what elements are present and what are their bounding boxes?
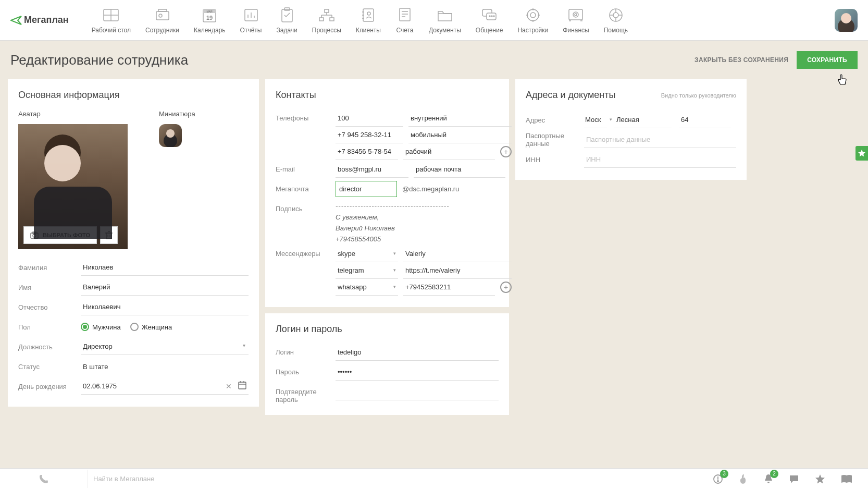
- email-type-input[interactable]: [414, 161, 505, 178]
- page-header: Редактирование сотрудника ЗАКРЫТЬ БЕЗ СО…: [0, 41, 868, 74]
- documents-icon: [436, 7, 454, 23]
- passport-input[interactable]: [584, 131, 736, 148]
- nav-settings[interactable]: Настройки: [510, 7, 555, 34]
- inn-input[interactable]: [584, 151, 736, 168]
- messenger-value-input[interactable]: [403, 262, 512, 279]
- star-icon: [858, 150, 865, 157]
- house-input[interactable]: [679, 112, 731, 128]
- signature-content[interactable]: ----------------------------------------…: [336, 201, 499, 244]
- nav-help[interactable]: Помощь: [597, 7, 635, 34]
- calendar-picker-icon[interactable]: [238, 381, 246, 389]
- add-messenger-button[interactable]: +: [500, 282, 512, 293]
- address-label: Адрес: [526, 116, 584, 124]
- megamail-input[interactable]: [336, 181, 397, 197]
- patronymic-input[interactable]: [81, 299, 249, 315]
- delete-photo-button[interactable]: [100, 226, 118, 244]
- svg-point-37: [493, 16, 494, 17]
- nav-calendar[interactable]: МАЙ19 Календарь: [187, 7, 233, 34]
- phone-type-input[interactable]: [403, 143, 495, 160]
- email-input[interactable]: [336, 161, 408, 178]
- position-label: Должность: [18, 343, 81, 351]
- phone-type-input[interactable]: [408, 110, 512, 127]
- password-label: Пароль: [276, 364, 336, 376]
- clear-date-button[interactable]: ✕: [226, 382, 232, 390]
- add-phone-button[interactable]: +: [500, 146, 512, 157]
- status-value: В штате: [81, 359, 249, 375]
- nav-clients[interactable]: Клиенты: [349, 7, 388, 34]
- logo[interactable]: Мегаплан: [10, 15, 69, 26]
- avatar-image: ВЫБРАТЬ ФОТО: [18, 124, 128, 249]
- gender-female-radio[interactable]: Женщина: [130, 323, 172, 331]
- svg-rect-58: [106, 233, 111, 239]
- contacts-panel: Контакты Телефоны + E-mail Мегапочта @ds…: [265, 79, 509, 307]
- svg-point-5: [159, 14, 162, 17]
- clients-icon: [359, 7, 378, 23]
- lastname-label: Фамилия: [18, 264, 81, 272]
- megamail-domain: @dsc.megaplan.ru: [402, 181, 459, 197]
- svg-point-56: [33, 234, 36, 237]
- megamail-label: Мегапочта: [276, 181, 336, 193]
- panel-title: Контакты: [276, 90, 499, 101]
- cancel-button[interactable]: ЗАКРЫТЬ БЕЗ СОХРАНЕНИЯ: [686, 51, 797, 69]
- save-button[interactable]: СОХРАНИТЬ: [797, 51, 858, 69]
- password-input[interactable]: [336, 364, 499, 381]
- nav-finance[interactable]: Финансы: [555, 7, 596, 34]
- confirm-password-label: Подтвердите пароль: [276, 384, 336, 404]
- nav-tasks[interactable]: Задачи: [269, 7, 305, 34]
- lastname-input[interactable]: [81, 259, 249, 276]
- choose-photo-button[interactable]: ВЫБРАТЬ ФОТО: [23, 226, 97, 244]
- messenger-type-select[interactable]: [336, 262, 398, 279]
- panel-title: Логин и пароль: [276, 324, 499, 335]
- visibility-hint: Видно только руководителю: [661, 92, 736, 99]
- nav-reports[interactable]: Отчёты: [233, 7, 269, 34]
- street-input[interactable]: [614, 112, 672, 128]
- messenger-value-input[interactable]: [403, 279, 495, 296]
- position-select[interactable]: [81, 338, 249, 355]
- phones-label: Телефоны: [276, 110, 336, 122]
- svg-point-27: [367, 12, 370, 15]
- panel-title: Адреса и документы: [526, 90, 616, 101]
- address-panel: Адреса и документы Видно только руководи…: [515, 79, 747, 180]
- patronymic-label: Отчество: [18, 303, 81, 311]
- confirm-password-input[interactable]: [336, 384, 499, 400]
- phone-input[interactable]: [336, 143, 398, 160]
- phone-type-input[interactable]: [408, 127, 512, 143]
- status-label: Статус: [18, 363, 81, 371]
- svg-rect-17: [319, 18, 324, 21]
- phone-input[interactable]: [336, 127, 403, 143]
- user-avatar[interactable]: [835, 9, 858, 32]
- phone-input[interactable]: [336, 110, 403, 127]
- svg-point-50: [613, 13, 618, 18]
- nav-communication[interactable]: Общение: [468, 7, 511, 34]
- login-panel: Логин и пароль Логин Пароль Подтвердите …: [265, 313, 509, 415]
- reports-icon: [242, 7, 261, 23]
- messenger-type-select[interactable]: [336, 246, 398, 262]
- panel-title: Основная информация: [18, 90, 249, 101]
- inn-label: ИНН: [526, 156, 584, 164]
- favorites-tab[interactable]: [855, 146, 868, 161]
- birthday-input[interactable]: [81, 378, 249, 395]
- nav-documents[interactable]: Документы: [421, 7, 468, 34]
- nav-processes[interactable]: Процессы: [305, 7, 349, 34]
- messenger-type-select[interactable]: [336, 279, 398, 296]
- nav-invoices[interactable]: Счета: [388, 7, 421, 34]
- logo-text: Мегаплан: [24, 15, 69, 26]
- city-select[interactable]: [584, 112, 607, 128]
- messenger-value-input[interactable]: [403, 246, 512, 262]
- trash-icon: [105, 231, 113, 239]
- nav-desktop[interactable]: Рабочий стол: [84, 7, 138, 34]
- firstname-input[interactable]: [81, 279, 249, 296]
- help-icon: [606, 7, 625, 23]
- svg-point-46: [575, 14, 577, 16]
- svg-point-36: [491, 16, 492, 17]
- login-input[interactable]: [336, 344, 499, 361]
- svg-text:19: 19: [206, 15, 213, 21]
- logo-icon: [10, 16, 22, 25]
- thumbnail-image: [159, 124, 182, 147]
- employees-icon: [153, 7, 172, 23]
- svg-rect-28: [400, 8, 410, 21]
- invoices-icon: [395, 7, 414, 23]
- page-title: Редактирование сотрудника: [10, 52, 686, 68]
- gender-male-radio[interactable]: Мужчина: [81, 323, 121, 331]
- nav-employees[interactable]: Сотрудники: [138, 7, 187, 34]
